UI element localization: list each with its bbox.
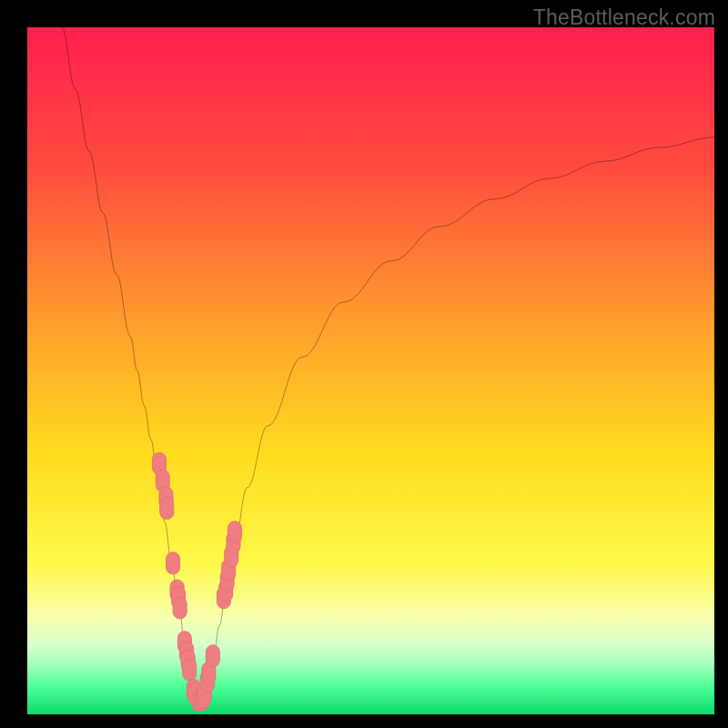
chart-frame: TheBottleneck.com: [0, 0, 728, 728]
data-marker: [206, 645, 219, 667]
data-marker: [228, 521, 241, 543]
data-marker: [167, 552, 180, 574]
chart-curves: [27, 27, 714, 714]
data-marker: [183, 659, 197, 681]
plot-area: [27, 27, 714, 714]
curve-right-branch: [199, 137, 714, 701]
watermark-text: TheBottleneck.com: [533, 5, 715, 30]
data-marker: [173, 597, 187, 619]
data-marker: [160, 497, 174, 519]
